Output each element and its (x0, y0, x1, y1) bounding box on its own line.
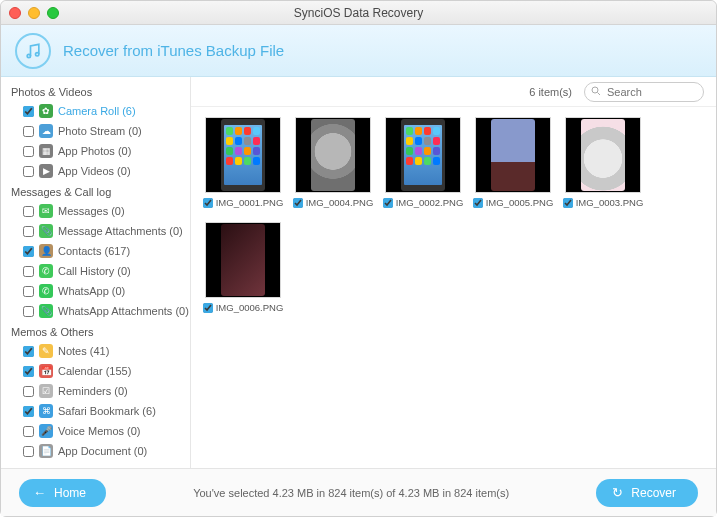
sidebar-item-checkbox[interactable] (23, 346, 34, 357)
sidebar-item-checkbox[interactable] (23, 166, 34, 177)
sidebar-item-label: Safari Bookmark (6) (58, 405, 156, 417)
sidebar-item-checkbox[interactable] (23, 266, 34, 277)
sidebar-item[interactable]: 📎WhatsApp Attachments (0) (7, 301, 190, 321)
minimize-icon[interactable] (28, 7, 40, 19)
sidebar-item-checkbox[interactable] (23, 226, 34, 237)
app-window: SynciOS Data Recovery Recover from iTune… (0, 0, 717, 517)
sidebar-item-label: Reminders (0) (58, 385, 128, 397)
search-box (584, 82, 704, 102)
sidebar-item[interactable]: ☑Reminders (0) (7, 381, 190, 401)
sidebar-item-checkbox[interactable] (23, 306, 34, 317)
sidebar-item-label: Voice Memos (0) (58, 425, 141, 437)
category-icon: ☑ (39, 384, 53, 398)
page-title: Recover from iTunes Backup File (63, 42, 284, 59)
category-icon: 📎 (39, 224, 53, 238)
svg-line-3 (598, 92, 601, 95)
thumbnail-checkbox[interactable] (563, 198, 573, 208)
thumbnail-filename: IMG_0002.PNG (396, 197, 464, 208)
sidebar-item[interactable]: 🎤Voice Memos (0) (7, 421, 190, 441)
sidebar-item-checkbox[interactable] (23, 126, 34, 137)
sidebar-item[interactable]: ☁Photo Stream (0) (7, 121, 190, 141)
sidebar-item-label: Call History (0) (58, 265, 131, 277)
thumbnail-cell[interactable]: IMG_0004.PNG (295, 117, 371, 208)
sidebar-item-checkbox[interactable] (23, 146, 34, 157)
category-icon: ✉ (39, 204, 53, 218)
sidebar-item-checkbox[interactable] (23, 386, 34, 397)
sidebar-item[interactable]: ⌘Safari Bookmark (6) (7, 401, 190, 421)
thumbnail-cell[interactable]: IMG_0006.PNG (205, 222, 281, 313)
sidebar-item[interactable]: ✉Messages (0) (7, 201, 190, 221)
titlebar: SynciOS Data Recovery (1, 1, 716, 25)
sidebar-group-title: Memos & Others (7, 321, 190, 341)
thumbnail (385, 117, 461, 193)
thumbnail-filename: IMG_0006.PNG (216, 302, 284, 313)
thumbnail-cell[interactable]: IMG_0003.PNG (565, 117, 641, 208)
thumbnail-caption: IMG_0006.PNG (203, 302, 284, 313)
window-controls (9, 7, 59, 19)
sidebar-item[interactable]: ✆Call History (0) (7, 261, 190, 281)
sidebar-item-checkbox[interactable] (23, 286, 34, 297)
sidebar-item-checkbox[interactable] (23, 406, 34, 417)
sidebar-item[interactable]: 👤Contacts (617) (7, 241, 190, 261)
thumbnail (475, 117, 551, 193)
search-icon (590, 85, 602, 99)
status-text: You've selected 4.23 MB in 824 item(s) o… (193, 487, 509, 499)
thumbnail-caption: IMG_0005.PNG (473, 197, 554, 208)
itunes-icon (15, 33, 51, 69)
category-icon: 🎤 (39, 424, 53, 438)
maximize-icon[interactable] (47, 7, 59, 19)
thumbnail-checkbox[interactable] (473, 198, 483, 208)
sidebar-item-checkbox[interactable] (23, 106, 34, 117)
thumbnail-checkbox[interactable] (203, 303, 213, 313)
category-icon: ▶ (39, 164, 53, 178)
sidebar-item-label: WhatsApp Attachments (0) (58, 305, 189, 317)
home-button[interactable]: Home (19, 479, 106, 507)
sidebar-item-checkbox[interactable] (23, 206, 34, 217)
recover-button[interactable]: Recover (596, 479, 698, 507)
category-icon: ✎ (39, 344, 53, 358)
sidebar-item-label: Camera Roll (6) (58, 105, 136, 117)
thumbnail-checkbox[interactable] (203, 198, 213, 208)
sidebar-item-label: Notes (41) (58, 345, 109, 357)
sidebar-item[interactable]: 📎Message Attachments (0) (7, 221, 190, 241)
thumbnail-caption: IMG_0002.PNG (383, 197, 464, 208)
svg-point-2 (592, 87, 598, 93)
sidebar: Photos & Videos✿Camera Roll (6)☁Photo St… (1, 77, 191, 468)
thumbnail-cell[interactable]: IMG_0001.PNG (205, 117, 281, 208)
sidebar-item-checkbox[interactable] (23, 426, 34, 437)
sidebar-group-title: Messages & Call log (7, 181, 190, 201)
thumbnail-checkbox[interactable] (383, 198, 393, 208)
category-icon: ▦ (39, 144, 53, 158)
svg-point-0 (27, 54, 30, 57)
sidebar-item[interactable]: ✎Notes (41) (7, 341, 190, 361)
thumbnail-checkbox[interactable] (293, 198, 303, 208)
sidebar-item[interactable]: 📄App Document (0) (7, 441, 190, 461)
thumbnail (565, 117, 641, 193)
category-icon: ☁ (39, 124, 53, 138)
sidebar-item-checkbox[interactable] (23, 446, 34, 457)
sidebar-item-label: Photo Stream (0) (58, 125, 142, 137)
search-input[interactable] (584, 82, 704, 102)
thumbnail-caption: IMG_0004.PNG (293, 197, 374, 208)
category-icon: 👤 (39, 244, 53, 258)
thumbnail-filename: IMG_0005.PNG (486, 197, 554, 208)
sidebar-item-label: Messages (0) (58, 205, 125, 217)
home-button-label: Home (54, 486, 86, 500)
close-icon[interactable] (9, 7, 21, 19)
thumbnail-cell[interactable]: IMG_0002.PNG (385, 117, 461, 208)
sidebar-item-checkbox[interactable] (23, 366, 34, 377)
sidebar-item[interactable]: 📅Calendar (155) (7, 361, 190, 381)
thumbnail-cell[interactable]: IMG_0005.PNG (475, 117, 551, 208)
content-toolbar: 6 item(s) (191, 77, 716, 107)
category-icon: 📅 (39, 364, 53, 378)
thumbnail-caption: IMG_0003.PNG (563, 197, 644, 208)
arrow-left-icon (33, 485, 46, 500)
sidebar-item-checkbox[interactable] (23, 246, 34, 257)
sidebar-item[interactable]: ▦App Photos (0) (7, 141, 190, 161)
main-body: Photos & Videos✿Camera Roll (6)☁Photo St… (1, 77, 716, 468)
sidebar-item[interactable]: ▶App Videos (0) (7, 161, 190, 181)
sidebar-item[interactable]: ✿Camera Roll (6) (7, 101, 190, 121)
thumbnail (295, 117, 371, 193)
sidebar-item-label: App Photos (0) (58, 145, 131, 157)
sidebar-item[interactable]: ✆WhatsApp (0) (7, 281, 190, 301)
